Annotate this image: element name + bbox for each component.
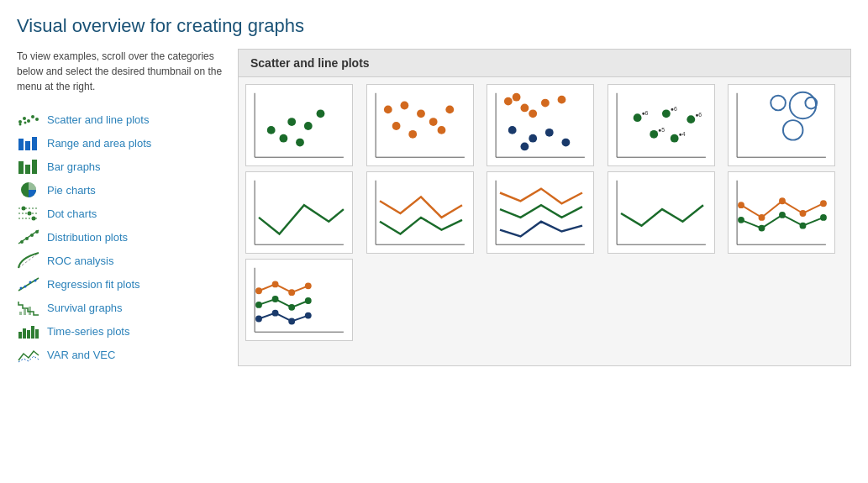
sidebar-item-range[interactable]: Range and area plots	[17, 131, 223, 155]
sidebar-item-bar[interactable]: Bar graphs	[17, 155, 223, 178]
svg-point-59	[504, 97, 513, 106]
page: Visual overview for creating graphs To v…	[0, 0, 868, 375]
thumb-8[interactable]	[487, 171, 594, 254]
sidebar-item-var[interactable]: VAR and VEC	[17, 343, 223, 366]
main-content: To view examples, scroll over the catego…	[17, 49, 851, 366]
pie-icon	[17, 181, 40, 199]
svg-rect-11	[25, 165, 30, 174]
svg-point-113	[305, 282, 312, 289]
svg-point-42	[287, 118, 296, 126]
svg-point-50	[400, 102, 408, 110]
svg-rect-12	[32, 160, 37, 174]
thumb-5[interactable]	[728, 84, 835, 166]
sidebar-label-reg[interactable]: Regression fit plots	[47, 278, 140, 291]
dot-icon	[17, 204, 40, 223]
svg-point-21	[20, 240, 24, 244]
svg-point-107	[820, 214, 827, 221]
svg-point-110	[255, 287, 262, 294]
svg-point-27	[20, 287, 23, 290]
thumb-1[interactable]	[245, 84, 353, 166]
svg-text:●6: ●6	[695, 112, 702, 118]
sidebar-label-scatter[interactable]: Scatter and line plots	[47, 113, 149, 126]
svg-point-115	[272, 296, 279, 302]
svg-point-51	[392, 122, 400, 130]
sidebar-item-surv[interactable]: Survival graphs	[17, 296, 223, 319]
svg-point-4	[35, 118, 39, 121]
sidebar-label-var[interactable]: VAR and VEC	[47, 349, 115, 361]
svg-rect-7	[18, 139, 24, 150]
svg-point-104	[759, 225, 765, 232]
sidebar-item-reg[interactable]: Regression fit plots	[17, 272, 223, 296]
svg-point-68	[562, 139, 571, 147]
sidebar-label-roc[interactable]: ROC analysis	[47, 255, 113, 267]
svg-line-25	[18, 253, 39, 268]
svg-point-19	[32, 217, 36, 221]
svg-point-116	[288, 304, 295, 311]
svg-point-67	[545, 129, 554, 137]
sidebar-item-ts[interactable]: Time-series plots	[17, 319, 223, 343]
svg-point-0	[18, 120, 22, 123]
ts-icon	[17, 322, 40, 340]
sidebar-label-ts[interactable]: Time-series plots	[47, 325, 129, 338]
thumb-9[interactable]	[608, 171, 715, 254]
svg-point-60	[521, 104, 529, 113]
svg-point-5	[19, 123, 22, 126]
range-icon	[17, 134, 40, 152]
sidebar-item-scatter[interactable]: Scatter and line plots	[17, 108, 223, 131]
page-title: Visual overview for creating graphs	[17, 15, 851, 37]
thumb-7[interactable]	[366, 171, 474, 254]
svg-point-6	[24, 122, 27, 124]
sidebar-item-roc[interactable]: ROC analysis	[17, 249, 223, 272]
svg-point-100	[779, 197, 786, 204]
svg-point-119	[272, 310, 279, 317]
thumb-2[interactable]	[366, 84, 474, 166]
svg-point-98	[738, 202, 744, 208]
sidebar-label-pie[interactable]: Pie charts	[47, 184, 96, 197]
svg-text:●5: ●5	[658, 127, 665, 133]
svg-point-105	[779, 212, 786, 218]
svg-point-23	[30, 234, 34, 237]
svg-rect-31	[19, 312, 22, 315]
svg-text:●6: ●6	[641, 110, 648, 116]
thumb-11[interactable]	[245, 259, 353, 341]
sidebar-item-dist[interactable]: Distribution plots	[17, 225, 223, 249]
sidebar-item-dot[interactable]: Dot charts	[17, 202, 223, 225]
svg-text:●6: ●6	[671, 106, 677, 112]
svg-point-2	[27, 119, 30, 123]
svg-point-18	[28, 212, 32, 216]
svg-point-54	[408, 130, 417, 139]
panel-header: Scatter and line plots	[239, 50, 850, 77]
svg-rect-33	[29, 307, 31, 315]
thumb-3[interactable]	[487, 84, 594, 166]
sidebar-label-bar[interactable]: Bar graphs	[47, 160, 101, 173]
surv-icon	[17, 298, 40, 317]
svg-point-84	[790, 92, 816, 118]
sidebar-item-pie[interactable]: Pie charts	[17, 178, 223, 202]
svg-point-3	[31, 115, 34, 118]
sidebar-label-dist[interactable]: Distribution plots	[47, 231, 128, 244]
thumb-6[interactable]	[245, 171, 353, 254]
thumb-4[interactable]: ●6 ●6 ●6 ●5 ●4	[608, 84, 715, 166]
svg-rect-10	[18, 161, 24, 174]
svg-point-1	[23, 117, 26, 120]
svg-point-121	[305, 312, 312, 319]
svg-point-28	[24, 286, 27, 288]
thumb-10[interactable]	[728, 171, 835, 254]
svg-point-85	[771, 96, 786, 111]
sidebar-label-surv[interactable]: Survival graphs	[47, 302, 123, 314]
sidebar-description: To view examples, scroll over the catego…	[17, 49, 223, 94]
svg-point-44	[304, 122, 313, 130]
bar-icon	[17, 157, 40, 176]
sidebar-label-dot[interactable]: Dot charts	[47, 207, 97, 220]
sidebar-label-range[interactable]: Range and area plots	[47, 137, 151, 150]
svg-point-112	[288, 289, 295, 296]
roc-icon	[17, 251, 40, 270]
svg-rect-9	[32, 137, 37, 150]
svg-point-63	[529, 109, 537, 118]
svg-point-29	[29, 281, 32, 284]
svg-rect-38	[35, 329, 39, 339]
svg-rect-36	[27, 330, 30, 339]
svg-point-103	[738, 217, 744, 223]
svg-rect-35	[23, 328, 26, 339]
svg-point-111	[272, 281, 279, 287]
